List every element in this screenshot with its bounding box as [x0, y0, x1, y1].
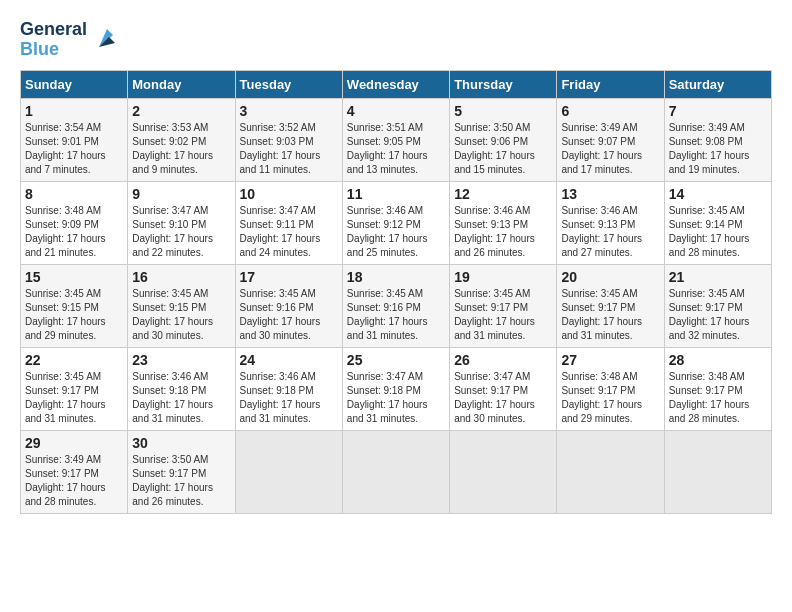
day-cell: 7Sunrise: 3:49 AM Sunset: 9:08 PM Daylig… — [664, 98, 771, 181]
day-cell: 1Sunrise: 3:54 AM Sunset: 9:01 PM Daylig… — [21, 98, 128, 181]
column-header-monday: Monday — [128, 70, 235, 98]
day-info: Sunrise: 3:45 AM Sunset: 9:17 PM Dayligh… — [454, 287, 552, 343]
column-header-tuesday: Tuesday — [235, 70, 342, 98]
day-info: Sunrise: 3:49 AM Sunset: 9:08 PM Dayligh… — [669, 121, 767, 177]
day-number: 20 — [561, 269, 659, 285]
day-cell: 26Sunrise: 3:47 AM Sunset: 9:17 PM Dayli… — [450, 347, 557, 430]
column-header-saturday: Saturday — [664, 70, 771, 98]
day-number: 27 — [561, 352, 659, 368]
day-info: Sunrise: 3:48 AM Sunset: 9:09 PM Dayligh… — [25, 204, 123, 260]
day-cell: 19Sunrise: 3:45 AM Sunset: 9:17 PM Dayli… — [450, 264, 557, 347]
day-info: Sunrise: 3:49 AM Sunset: 9:07 PM Dayligh… — [561, 121, 659, 177]
day-info: Sunrise: 3:50 AM Sunset: 9:17 PM Dayligh… — [132, 453, 230, 509]
day-number: 22 — [25, 352, 123, 368]
day-number: 11 — [347, 186, 445, 202]
day-cell: 10Sunrise: 3:47 AM Sunset: 9:11 PM Dayli… — [235, 181, 342, 264]
day-number: 14 — [669, 186, 767, 202]
column-header-sunday: Sunday — [21, 70, 128, 98]
day-info: Sunrise: 3:51 AM Sunset: 9:05 PM Dayligh… — [347, 121, 445, 177]
day-number: 24 — [240, 352, 338, 368]
day-info: Sunrise: 3:46 AM Sunset: 9:12 PM Dayligh… — [347, 204, 445, 260]
day-number: 7 — [669, 103, 767, 119]
day-info: Sunrise: 3:46 AM Sunset: 9:13 PM Dayligh… — [561, 204, 659, 260]
day-cell: 27Sunrise: 3:48 AM Sunset: 9:17 PM Dayli… — [557, 347, 664, 430]
column-header-thursday: Thursday — [450, 70, 557, 98]
day-cell: 21Sunrise: 3:45 AM Sunset: 9:17 PM Dayli… — [664, 264, 771, 347]
day-cell: 9Sunrise: 3:47 AM Sunset: 9:10 PM Daylig… — [128, 181, 235, 264]
logo-text: GeneralBlue — [20, 20, 87, 60]
day-info: Sunrise: 3:47 AM Sunset: 9:10 PM Dayligh… — [132, 204, 230, 260]
day-number: 21 — [669, 269, 767, 285]
day-number: 26 — [454, 352, 552, 368]
day-cell: 14Sunrise: 3:45 AM Sunset: 9:14 PM Dayli… — [664, 181, 771, 264]
day-number: 12 — [454, 186, 552, 202]
day-info: Sunrise: 3:52 AM Sunset: 9:03 PM Dayligh… — [240, 121, 338, 177]
day-info: Sunrise: 3:45 AM Sunset: 9:17 PM Dayligh… — [561, 287, 659, 343]
day-number: 19 — [454, 269, 552, 285]
day-info: Sunrise: 3:48 AM Sunset: 9:17 PM Dayligh… — [561, 370, 659, 426]
day-number: 4 — [347, 103, 445, 119]
logo: GeneralBlue — [20, 20, 121, 60]
day-number: 30 — [132, 435, 230, 451]
day-cell — [235, 430, 342, 513]
day-info: Sunrise: 3:47 AM Sunset: 9:18 PM Dayligh… — [347, 370, 445, 426]
day-cell: 13Sunrise: 3:46 AM Sunset: 9:13 PM Dayli… — [557, 181, 664, 264]
day-number: 5 — [454, 103, 552, 119]
day-number: 25 — [347, 352, 445, 368]
day-info: Sunrise: 3:46 AM Sunset: 9:18 PM Dayligh… — [132, 370, 230, 426]
day-info: Sunrise: 3:45 AM Sunset: 9:15 PM Dayligh… — [132, 287, 230, 343]
column-header-friday: Friday — [557, 70, 664, 98]
day-cell: 5Sunrise: 3:50 AM Sunset: 9:06 PM Daylig… — [450, 98, 557, 181]
calendar-body: 1Sunrise: 3:54 AM Sunset: 9:01 PM Daylig… — [21, 98, 772, 513]
day-cell: 16Sunrise: 3:45 AM Sunset: 9:15 PM Dayli… — [128, 264, 235, 347]
day-number: 18 — [347, 269, 445, 285]
day-number: 15 — [25, 269, 123, 285]
day-cell: 2Sunrise: 3:53 AM Sunset: 9:02 PM Daylig… — [128, 98, 235, 181]
day-number: 28 — [669, 352, 767, 368]
week-row-1: 1Sunrise: 3:54 AM Sunset: 9:01 PM Daylig… — [21, 98, 772, 181]
day-number: 16 — [132, 269, 230, 285]
day-info: Sunrise: 3:53 AM Sunset: 9:02 PM Dayligh… — [132, 121, 230, 177]
day-cell: 3Sunrise: 3:52 AM Sunset: 9:03 PM Daylig… — [235, 98, 342, 181]
day-number: 3 — [240, 103, 338, 119]
day-cell: 8Sunrise: 3:48 AM Sunset: 9:09 PM Daylig… — [21, 181, 128, 264]
day-info: Sunrise: 3:46 AM Sunset: 9:18 PM Dayligh… — [240, 370, 338, 426]
day-info: Sunrise: 3:47 AM Sunset: 9:11 PM Dayligh… — [240, 204, 338, 260]
day-number: 1 — [25, 103, 123, 119]
day-number: 2 — [132, 103, 230, 119]
column-header-wednesday: Wednesday — [342, 70, 449, 98]
day-info: Sunrise: 3:45 AM Sunset: 9:17 PM Dayligh… — [669, 287, 767, 343]
day-number: 9 — [132, 186, 230, 202]
day-number: 29 — [25, 435, 123, 451]
day-cell: 18Sunrise: 3:45 AM Sunset: 9:16 PM Dayli… — [342, 264, 449, 347]
week-row-5: 29Sunrise: 3:49 AM Sunset: 9:17 PM Dayli… — [21, 430, 772, 513]
week-row-4: 22Sunrise: 3:45 AM Sunset: 9:17 PM Dayli… — [21, 347, 772, 430]
day-info: Sunrise: 3:54 AM Sunset: 9:01 PM Dayligh… — [25, 121, 123, 177]
day-cell: 20Sunrise: 3:45 AM Sunset: 9:17 PM Dayli… — [557, 264, 664, 347]
day-number: 6 — [561, 103, 659, 119]
day-info: Sunrise: 3:46 AM Sunset: 9:13 PM Dayligh… — [454, 204, 552, 260]
day-cell: 17Sunrise: 3:45 AM Sunset: 9:16 PM Dayli… — [235, 264, 342, 347]
day-info: Sunrise: 3:45 AM Sunset: 9:14 PM Dayligh… — [669, 204, 767, 260]
page-header: GeneralBlue — [20, 20, 772, 60]
day-cell: 11Sunrise: 3:46 AM Sunset: 9:12 PM Dayli… — [342, 181, 449, 264]
day-cell: 12Sunrise: 3:46 AM Sunset: 9:13 PM Dayli… — [450, 181, 557, 264]
day-cell — [342, 430, 449, 513]
day-info: Sunrise: 3:45 AM Sunset: 9:16 PM Dayligh… — [347, 287, 445, 343]
day-cell: 23Sunrise: 3:46 AM Sunset: 9:18 PM Dayli… — [128, 347, 235, 430]
day-number: 23 — [132, 352, 230, 368]
day-info: Sunrise: 3:47 AM Sunset: 9:17 PM Dayligh… — [454, 370, 552, 426]
day-cell: 25Sunrise: 3:47 AM Sunset: 9:18 PM Dayli… — [342, 347, 449, 430]
week-row-3: 15Sunrise: 3:45 AM Sunset: 9:15 PM Dayli… — [21, 264, 772, 347]
day-cell: 22Sunrise: 3:45 AM Sunset: 9:17 PM Dayli… — [21, 347, 128, 430]
day-number: 10 — [240, 186, 338, 202]
day-cell: 30Sunrise: 3:50 AM Sunset: 9:17 PM Dayli… — [128, 430, 235, 513]
day-cell — [557, 430, 664, 513]
day-cell — [450, 430, 557, 513]
week-row-2: 8Sunrise: 3:48 AM Sunset: 9:09 PM Daylig… — [21, 181, 772, 264]
day-info: Sunrise: 3:49 AM Sunset: 9:17 PM Dayligh… — [25, 453, 123, 509]
day-info: Sunrise: 3:45 AM Sunset: 9:17 PM Dayligh… — [25, 370, 123, 426]
day-info: Sunrise: 3:50 AM Sunset: 9:06 PM Dayligh… — [454, 121, 552, 177]
day-cell: 4Sunrise: 3:51 AM Sunset: 9:05 PM Daylig… — [342, 98, 449, 181]
day-number: 17 — [240, 269, 338, 285]
